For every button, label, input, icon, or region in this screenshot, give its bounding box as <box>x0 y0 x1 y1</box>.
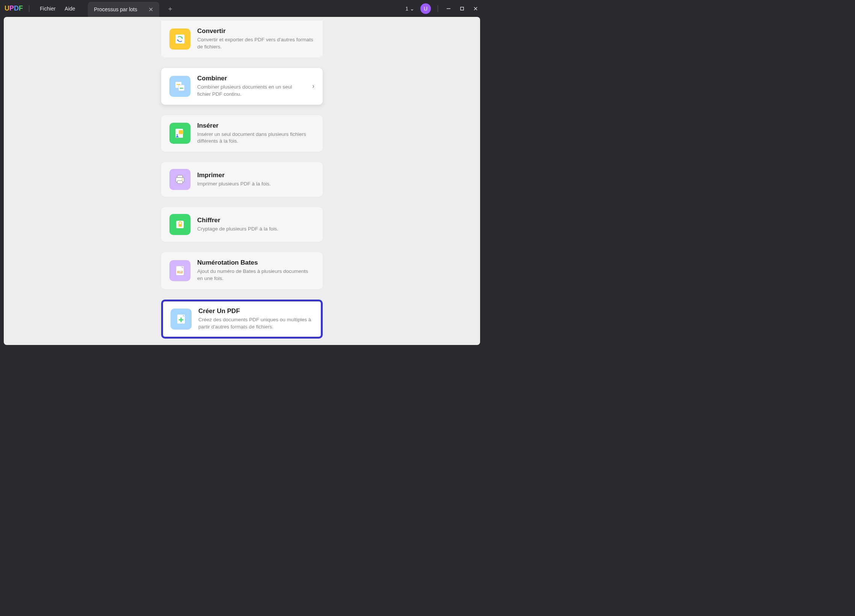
close-icon[interactable]: ✕ <box>149 6 153 13</box>
svg-rect-19 <box>177 180 182 183</box>
card-desc: Convertir et exporter des PDF vers d'aut… <box>197 37 314 51</box>
card-title: Créer Un PDF <box>198 307 313 315</box>
titlebar: UPDF Fichier Aide Processus par lots ✕ ＋… <box>0 0 484 17</box>
svg-point-20 <box>182 179 183 180</box>
card-combine[interactable]: Combiner Combiner plusieurs documents en… <box>161 68 323 105</box>
svg-rect-17 <box>177 175 182 177</box>
menu-file[interactable]: Fichier <box>35 6 60 12</box>
card-desc: Créez des documents PDF uniques ou multi… <box>198 316 313 331</box>
app-logo: UPDF <box>5 5 23 12</box>
card-insert[interactable]: Insérer Insérer un seul document dans pl… <box>161 115 323 152</box>
svg-rect-4 <box>175 35 184 44</box>
encrypt-icon <box>169 214 190 235</box>
divider <box>29 5 29 12</box>
avatar[interactable]: U <box>420 3 431 14</box>
card-title: Insérer <box>197 122 314 130</box>
create-pdf-icon <box>170 309 192 330</box>
card-desc: Imprimer plusieurs PDF à la fois. <box>197 180 314 188</box>
card-desc: Ajout du numéro de Bates à plusieurs doc… <box>197 268 314 282</box>
card-title: Combiner <box>197 75 305 82</box>
convert-icon <box>169 29 190 50</box>
svg-rect-14 <box>179 130 183 134</box>
content-area: Convertir Convertir et exporter des PDF … <box>4 17 480 345</box>
card-desc: Combiner plusieurs documents en un seul … <box>197 84 305 98</box>
minimize-icon[interactable] <box>445 5 452 12</box>
svg-text:012: 012 <box>177 270 182 274</box>
maximize-icon[interactable] <box>458 5 466 12</box>
card-bates[interactable]: 012 Numérotation Bates Ajout du numéro d… <box>161 252 323 289</box>
divider <box>438 5 438 12</box>
card-desc: Cryptage de plusieurs PDF à la fois. <box>197 226 314 233</box>
card-title: Numérotation Bates <box>197 259 314 266</box>
add-tab-icon[interactable]: ＋ <box>167 4 173 13</box>
combine-icon <box>169 76 190 97</box>
menu-help[interactable]: Aide <box>60 6 80 12</box>
svg-rect-22 <box>178 224 182 227</box>
tab-title: Processus par lots <box>94 6 137 12</box>
print-icon <box>169 169 190 190</box>
tab-batch-process[interactable]: Processus par lots ✕ <box>88 2 159 17</box>
card-print[interactable]: Imprimer Imprimer plusieurs PDF à la foi… <box>161 162 323 197</box>
card-desc: Insérer un seul document dans plusieurs … <box>197 131 314 145</box>
card-convert[interactable]: Convertir Convertir et exporter des PDF … <box>161 21 323 57</box>
card-create-pdf[interactable]: Créer Un PDF Créez des documents PDF uni… <box>161 300 323 339</box>
close-window-icon[interactable] <box>472 5 480 12</box>
card-title: Chiffrer <box>197 217 314 224</box>
chevron-down-icon: ⌄ <box>410 6 414 12</box>
svg-rect-1 <box>461 7 464 10</box>
insert-icon <box>169 123 190 144</box>
window-controls: 1 ⌄ U <box>405 3 480 14</box>
card-encrypt[interactable]: Chiffrer Cryptage de plusieurs PDF à la … <box>161 207 323 242</box>
bates-icon: 012 <box>169 260 190 281</box>
card-title: Imprimer <box>197 171 314 179</box>
card-title: Convertir <box>197 28 314 35</box>
dropdown-button[interactable]: 1 ⌄ <box>405 6 414 12</box>
chevron-right-icon: › <box>312 82 314 90</box>
